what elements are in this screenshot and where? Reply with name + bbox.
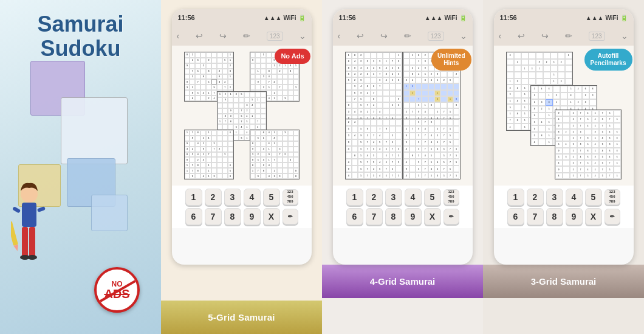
pad-5-3[interactable]: 5: [424, 189, 441, 206]
pad-9-4[interactable]: 9: [566, 208, 583, 225]
pad-1-3[interactable]: 1: [346, 189, 363, 206]
back-icon-4[interactable]: ‹: [499, 31, 502, 41]
pad-6-4[interactable]: 6: [507, 208, 524, 225]
svg-rect-7: [29, 227, 35, 257]
time-2: 11:56: [178, 14, 195, 21]
pad-eraser-3[interactable]: ✏: [444, 209, 459, 224]
pad-3-4[interactable]: 3: [546, 189, 563, 206]
back-icon-3[interactable]: ‹: [338, 31, 341, 41]
svg-rect-2: [12, 206, 21, 214]
nav-number-2: 123: [267, 32, 283, 41]
pad-small-3[interactable]: 123456789: [444, 189, 459, 205]
grid-tl-3: 1821 642313179 893546458 642317845 52934…: [345, 52, 403, 122]
person-figure: [11, 176, 66, 297]
pad-8-3[interactable]: 8: [385, 208, 402, 225]
pad-7-3[interactable]: 7: [366, 208, 383, 225]
status-bar-4: 11:56 ▲▲▲ WiFi 🔋: [494, 9, 634, 26]
grid-br-3: 579 5794575 9574575 9574575 45754575 854…: [403, 119, 461, 179]
panel-3grid: 11:56 ▲▲▲ WiFi 🔋 ‹ ↩ ↪ ✏ 123 ⌄ AutofillP…: [483, 0, 644, 334]
nav-number-4: 123: [589, 32, 605, 41]
samurai-4-grid: 1821 642313179 893546458 642317845 52934…: [345, 52, 461, 179]
redo-icon-3[interactable]: ↪: [380, 31, 388, 41]
pad-6-3[interactable]: 6: [346, 208, 363, 225]
redo-icon-2[interactable]: ↪: [219, 31, 227, 41]
time-4: 11:56: [500, 14, 517, 21]
svg-marker-4: [13, 245, 19, 252]
chevron-icon-3[interactable]: ⌄: [460, 31, 467, 41]
pad-eraser-2[interactable]: ✏: [283, 209, 298, 224]
pad-9-3[interactable]: 9: [405, 208, 422, 225]
bottom-band-3: 4-Grid Samurai: [322, 265, 483, 298]
status-bar-2: 11:56 ▲▲▲ WiFi 🔋: [172, 9, 312, 26]
pad-eraser-4[interactable]: ✏: [605, 209, 620, 224]
pad-2-2[interactable]: 2: [205, 189, 222, 206]
pad-6-2[interactable]: 6: [185, 208, 202, 225]
panel-4grid: 11:56 ▲▲▲ WiFi 🔋 ‹ ↩ ↪ ✏ 123 ⌄ Unlimited…: [322, 0, 483, 334]
samurai-5-grid: 821 16951 952 75828 1861 97534 32972 854…: [184, 52, 300, 179]
pencil-icon-2[interactable]: ✏: [243, 31, 250, 41]
pad-1-4[interactable]: 1: [507, 189, 524, 206]
nav-number-3: 123: [428, 32, 444, 41]
bottom-band-2: 5-Grid Samurai: [161, 301, 322, 334]
pad-4-3[interactable]: 4: [405, 189, 422, 206]
pad-7-4[interactable]: 7: [527, 208, 544, 225]
chevron-icon-2[interactable]: ⌄: [299, 31, 306, 41]
svg-rect-5: [37, 206, 46, 212]
no-label: NO: [112, 280, 123, 288]
panel-5grid: 11:56 ▲▲▲ WiFi 🔋 ‹ ↩ ↪ ✏ 123 ⌄ No Ads 82: [161, 0, 322, 334]
pencil-icon-4[interactable]: ✏: [565, 31, 572, 41]
undo-icon-2[interactable]: ↩: [196, 31, 203, 41]
pad-8-2[interactable]: 8: [224, 208, 241, 225]
pad-4-4[interactable]: 4: [566, 189, 583, 206]
pad-8-4[interactable]: 8: [546, 208, 563, 225]
pad-5-4[interactable]: 5: [585, 189, 602, 206]
back-icon-2[interactable]: ‹: [177, 31, 180, 41]
status-bar-3: 11:56 ▲▲▲ WiFi 🔋: [333, 9, 473, 26]
samurai-3-grid: 81 18253 131 5 1313 82538546 95785468 54…: [506, 52, 622, 179]
pad-4-2[interactable]: 4: [244, 189, 261, 206]
status-icons-3: ▲▲▲ WiFi 🔋: [425, 15, 467, 21]
nav-bar-4: ‹ ↩ ↪ ✏ 123 ⌄: [494, 26, 634, 46]
pad-5-2[interactable]: 5: [263, 189, 280, 206]
pad-2-3[interactable]: 2: [366, 189, 383, 206]
undo-icon-3[interactable]: ↩: [357, 31, 364, 41]
time-3: 11:56: [339, 14, 356, 21]
deco-grid-blue2: [91, 195, 128, 231]
puzzle-area-4: AutofillPencilmarks 81 18253 131 5 1313 …: [494, 46, 634, 186]
svg-rect-6: [22, 227, 28, 257]
pad-x-2[interactable]: X: [263, 208, 280, 225]
svg-point-9: [27, 255, 37, 260]
undo-icon-4[interactable]: ↩: [518, 31, 525, 41]
pad-1-2[interactable]: 1: [185, 189, 202, 206]
pad-3-3[interactable]: 3: [385, 189, 402, 206]
phone-screen-2: 11:56 ▲▲▲ WiFi 🔋 ‹ ↩ ↪ ✏ 123 ⌄ No Ads 82: [172, 9, 312, 265]
app-title: Samurai Sudoku: [31, 12, 129, 60]
grid-bl-2: 17816 824 9413 32972 854173 824 17816 17…: [184, 130, 234, 179]
autofill-badge: AutofillPencilmarks: [584, 49, 632, 71]
phone-screen-3: 11:56 ▲▲▲ WiFi 🔋 ‹ ↩ ↪ ✏ 123 ⌄ Unlimited…: [333, 9, 473, 265]
grid-bl-3: 24 55979 3491745 9574575 45754575 854557…: [345, 119, 403, 179]
no-ads-circle: NO ADS: [94, 267, 140, 313]
pad-x-4[interactable]: X: [585, 208, 602, 225]
redo-icon-4[interactable]: ↪: [541, 31, 549, 41]
deco-grid-light: [61, 97, 128, 164]
grid-br-4: 9574575 45754575 9574575 82538546 957854…: [555, 110, 622, 179]
chevron-icon-4[interactable]: ⌄: [621, 31, 628, 41]
pad-2-4[interactable]: 2: [527, 189, 544, 206]
panel-label-4: 3-Grid Samurai: [531, 276, 597, 287]
pad-small-4[interactable]: 123456789: [605, 189, 620, 205]
pencil-icon-3[interactable]: ✏: [404, 31, 411, 41]
panel-label-3: 4-Grid Samurai: [370, 276, 436, 287]
panel-label-2: 5-Grid Samurai: [208, 312, 275, 322]
svg-rect-3: [11, 221, 18, 246]
unlimited-hints-badge: UnlimitedHints: [431, 49, 471, 71]
pad-x-3[interactable]: X: [424, 208, 441, 225]
status-icons-4: ▲▲▲ WiFi 🔋: [586, 15, 628, 21]
pad-small-2[interactable]: 123456789: [283, 189, 298, 205]
number-pad-2: 1 2 3 4 5 123456789 6 7 8 9 X ✏: [172, 186, 312, 228]
pad-3-2[interactable]: 3: [224, 189, 241, 206]
puzzle-area-2: No Ads 821 16951 952 75828 1861 97534 32…: [172, 46, 312, 186]
nav-bar-3: ‹ ↩ ↪ ✏ 123 ⌄: [333, 26, 473, 46]
pad-9-2[interactable]: 9: [244, 208, 261, 225]
pad-7-2[interactable]: 7: [205, 208, 222, 225]
